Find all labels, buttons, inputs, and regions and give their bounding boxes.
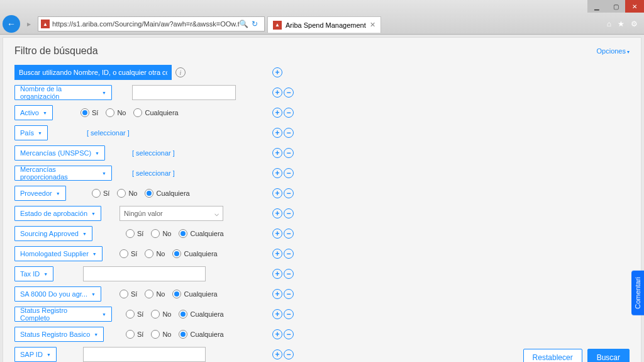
radio-si[interactable] [92,189,101,198]
seleccionar-link[interactable]: [ seleccionar ] [132,169,175,177]
radio-no[interactable] [151,330,160,339]
search-icon[interactable]: 🔍 [239,20,249,28]
remove-filter-icon[interactable]: − [284,349,294,359]
buscar-button[interactable]: Buscar [587,349,630,362]
nav-back-button[interactable]: ← [3,15,20,33]
tab-close-icon[interactable]: ✕ [370,21,375,29]
radio-no[interactable] [117,189,126,198]
search-input[interactable] [14,65,172,80]
radio-si[interactable] [80,108,89,117]
remove-filter-icon[interactable]: − [284,329,294,339]
remove-filter-icon[interactable]: − [284,188,294,198]
add-filter-icon[interactable]: + [272,208,282,218]
comentarios-tab[interactable]: Comentari [631,271,644,315]
add-filter-icon[interactable]: + [272,229,282,239]
add-filter-icon[interactable]: + [272,249,282,259]
filter-unspsc-dropdown[interactable]: Mercancías (UNSPSC) [14,145,105,161]
radio-no[interactable] [145,290,153,298]
restablecer-button[interactable]: Restablecer [523,349,582,362]
add-filter-icon[interactable]: + [272,188,282,198]
radio-cualquiera[interactable] [179,310,187,319]
filter-sourcing-dropdown[interactable]: Sourcing Approved [14,226,92,241]
url-bar[interactable]: ▲ 🔍 ↻ [38,16,265,31]
add-filter-icon[interactable]: + [272,309,282,319]
remove-filter-icon[interactable]: − [284,269,294,279]
remove-filter-icon[interactable]: − [284,249,294,259]
radio-si[interactable] [126,330,135,339]
filter-pais-dropdown[interactable]: País [14,125,48,140]
add-filter-icon[interactable]: + [272,67,282,77]
radio-no[interactable] [151,229,160,238]
filter-sa8000-dropdown[interactable]: SA 8000 Do you agr... [14,286,101,302]
url-input[interactable] [52,20,239,28]
org-input[interactable] [132,85,236,100]
seleccionar-link[interactable]: [ seleccionar ] [87,129,130,137]
window-maximize[interactable]: ▢ [606,0,625,13]
remove-filter-icon[interactable]: − [284,148,294,158]
filter-proveedor-dropdown[interactable]: Proveedor [14,186,66,201]
estado-select[interactable]: Ningún valor [119,206,223,221]
taxid-input[interactable] [83,266,206,281]
radio-cualquiera[interactable] [172,249,181,258]
radio-cualquiera[interactable] [179,229,187,238]
favorites-icon[interactable]: ★ [618,20,625,28]
filter-homologated-dropdown[interactable]: Homologated Supplier [14,246,103,261]
filter-estado-dropdown[interactable]: Estado de aprobación [14,206,101,221]
radio-cualquiera[interactable] [172,290,181,298]
filter-org-dropdown[interactable]: Nombre de la organización [14,85,112,100]
remove-filter-icon[interactable]: − [284,309,294,319]
add-filter-icon[interactable]: + [272,329,282,339]
remove-filter-icon[interactable]: − [284,128,294,138]
window-minimize[interactable]: ▁ [587,0,606,13]
filter-activo-dropdown[interactable]: Activo [14,105,53,120]
filter-status-basico-dropdown[interactable]: Status Registro Basico [14,327,104,342]
filter-mercancias-prop-dropdown[interactable]: Mercancías proporcionadas [14,166,112,181]
browser-tab[interactable]: ▲ Ariba Spend Management ✕ [267,16,381,33]
add-filter-icon[interactable]: + [272,88,282,98]
filter-taxid-dropdown[interactable]: Tax ID [14,266,53,281]
radio-no[interactable] [106,108,114,117]
info-icon[interactable]: i [175,67,186,77]
settings-icon[interactable]: ⚙ [631,20,638,28]
add-filter-icon[interactable]: + [272,289,282,299]
seleccionar-link[interactable]: [ seleccionar ] [132,149,175,157]
remove-filter-icon[interactable]: − [284,289,294,299]
site-icon: ▲ [41,20,50,28]
radio-si[interactable] [126,310,135,319]
radio-si[interactable] [119,290,128,298]
tab-title: Ariba Spend Management [286,21,366,29]
add-filter-icon[interactable]: + [272,168,282,178]
radio-cualquiera[interactable] [133,108,142,117]
add-filter-icon[interactable]: + [272,108,282,118]
window-close[interactable]: ✕ [625,0,644,13]
page-title: Filtro de búsqueda [14,45,98,57]
add-filter-icon[interactable]: + [272,128,282,138]
home-icon[interactable]: ⌂ [607,20,611,28]
radio-si[interactable] [126,229,135,238]
filter-status-completo-dropdown[interactable]: Status Registro Completo [14,307,112,322]
remove-filter-icon[interactable]: − [284,108,294,118]
radio-no[interactable] [151,310,160,319]
add-filter-icon[interactable]: + [272,148,282,158]
filter-sapid-dropdown[interactable]: SAP ID [14,347,57,362]
add-filter-icon[interactable]: + [272,349,282,359]
tab-favicon: ▲ [273,21,282,30]
add-filter-icon[interactable]: + [272,269,282,279]
refresh-icon[interactable]: ↻ [252,20,262,28]
remove-filter-icon[interactable]: − [284,208,294,218]
remove-filter-icon[interactable]: − [284,88,294,98]
remove-filter-icon[interactable]: − [284,229,294,239]
options-dropdown[interactable]: Opciones [597,47,630,55]
remove-filter-icon[interactable]: − [284,168,294,178]
sapid-input[interactable] [83,347,206,362]
radio-cualquiera[interactable] [179,330,187,339]
nav-forward-button[interactable]: ▸ [23,18,35,30]
radio-cualquiera[interactable] [145,189,153,198]
radio-si[interactable] [119,249,128,258]
radio-no[interactable] [145,249,153,258]
